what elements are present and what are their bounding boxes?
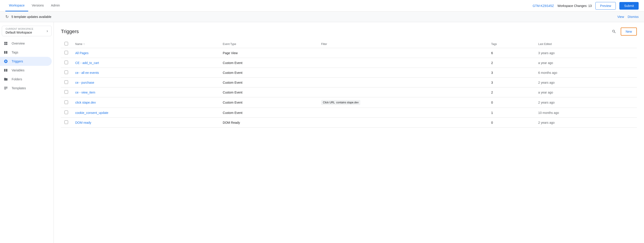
trigger-name-cell: DOM ready	[72, 118, 219, 128]
trigger-last-edited: 6 months ago	[535, 68, 637, 78]
banner-dismiss-link[interactable]: Dismiss	[628, 15, 639, 18]
trigger-name-cell: cookie_consent_update	[72, 108, 219, 118]
sidebar-item-templates[interactable]: Templates	[0, 84, 52, 93]
search-button[interactable]	[610, 27, 618, 35]
trigger-event-type: DOM Ready	[219, 118, 318, 128]
row-checkbox[interactable]	[64, 120, 68, 124]
trigger-name-link[interactable]: ce - purchase	[75, 81, 94, 84]
workspace-name: Default Workspace	[6, 31, 33, 34]
row-checkbox-cell	[61, 78, 72, 87]
trigger-event-type: Page View	[219, 48, 318, 58]
svg-rect-7	[4, 87, 8, 87]
main-layout: CURRENT WORKSPACE Default Workspace › Ov…	[0, 22, 644, 243]
nav-tabs: Workspace Versions Admin	[5, 0, 63, 11]
tab-workspace[interactable]: Workspace	[5, 0, 28, 11]
select-all-cell	[61, 40, 72, 48]
sidebar-item-triggers[interactable]: Triggers	[0, 57, 52, 66]
sort-arrow-icon: ↑	[83, 42, 85, 46]
table-header-row: Name ↑ Event Type Filter Tags Last Edite…	[61, 40, 637, 48]
filter-badge: Click URLcontains stape.dev	[321, 100, 360, 105]
trigger-filter-cell	[318, 48, 488, 58]
table-row: ce - purchaseCustom Event32 years ago	[61, 78, 637, 87]
trigger-tags-count: 0	[488, 97, 535, 108]
preview-button[interactable]: Preview	[596, 2, 616, 10]
triggers-label: Triggers	[12, 59, 23, 63]
trigger-last-edited: a year ago	[535, 87, 637, 97]
th-event-type: Event Type	[219, 40, 318, 48]
trigger-event-type: Custom Event	[219, 108, 318, 118]
th-filter: Filter	[318, 40, 488, 48]
gtm-id[interactable]: GTM-KZ6S45Z	[533, 4, 554, 7]
trigger-last-edited: a year ago	[535, 58, 637, 68]
th-tags: Tags	[488, 40, 535, 48]
triggers-table: Name ↑ Event Type Filter Tags Last Edite…	[61, 40, 637, 128]
row-checkbox[interactable]	[64, 90, 68, 94]
row-checkbox-cell	[61, 118, 72, 128]
table-row: ce - view_itemCustom Event2a year ago	[61, 87, 637, 97]
tags-label: Tags	[12, 50, 18, 54]
trigger-icon	[4, 59, 8, 63]
folders-label: Folders	[12, 77, 22, 81]
row-checkbox[interactable]	[64, 70, 68, 74]
table-row: click stape.devCustom EventClick URLcont…	[61, 97, 637, 108]
trigger-name-cell: click stape.dev	[72, 97, 219, 108]
table-row: DOM readyDOM Ready02 years ago	[61, 118, 637, 128]
main-content: Triggers New Name	[54, 22, 644, 243]
workspace-info: CURRENT WORKSPACE Default Workspace	[6, 28, 33, 34]
trigger-tags-count: 2	[488, 87, 535, 97]
select-all-checkbox[interactable]	[64, 42, 68, 45]
trigger-filter-cell: Click URLcontains stape.dev	[318, 97, 488, 108]
trigger-tags-count: 1	[488, 108, 535, 118]
trigger-last-edited: 3 years ago	[535, 48, 637, 58]
workspace-selector[interactable]: CURRENT WORKSPACE Default Workspace ›	[2, 26, 52, 36]
sidebar-item-tags[interactable]: Tags	[0, 48, 52, 57]
trigger-name-link[interactable]: All Pages	[75, 51, 88, 55]
overview-icon	[4, 41, 8, 46]
row-checkbox[interactable]	[64, 61, 68, 64]
banner-view-link[interactable]: View	[617, 15, 624, 18]
row-checkbox[interactable]	[64, 100, 68, 104]
row-checkbox[interactable]	[64, 80, 68, 84]
sidebar-item-variables[interactable]: Variables	[0, 66, 52, 75]
trigger-last-edited: 2 years ago	[535, 118, 637, 128]
trigger-name-link[interactable]: ce - all ee events	[75, 71, 99, 74]
chevron-right-icon: ›	[46, 29, 48, 33]
table-row: cookie_consent_updateCustom Event110 mon…	[61, 108, 637, 118]
table-row: CE - add_to_cartCustom Event2a year ago	[61, 58, 637, 68]
filter-value: contains stape.dev	[336, 101, 358, 104]
submit-button[interactable]: Submit	[619, 2, 639, 10]
sidebar-item-overview[interactable]: Overview	[0, 39, 52, 48]
sidebar: CURRENT WORKSPACE Default Workspace › Ov…	[0, 22, 54, 243]
trigger-event-type: Custom Event	[219, 97, 318, 108]
variables-label: Variables	[12, 68, 24, 72]
content-actions: New	[610, 27, 637, 35]
tab-versions[interactable]: Versions	[28, 0, 48, 11]
content-header: Triggers New	[61, 27, 637, 35]
trigger-name-link[interactable]: cookie_consent_update	[75, 111, 108, 115]
banner-actions: View Dismiss	[617, 15, 639, 18]
sidebar-item-folders[interactable]: Folders	[0, 75, 52, 84]
trigger-event-type: Custom Event	[219, 68, 318, 78]
row-checkbox[interactable]	[64, 51, 68, 54]
template-banner: ↻ 5 template updates available View Dism…	[0, 12, 644, 22]
trigger-name-cell: ce - all ee events	[72, 68, 219, 78]
template-icon	[4, 86, 8, 90]
trigger-filter-cell	[318, 68, 488, 78]
trigger-tags-count: 3	[488, 78, 535, 87]
tab-admin[interactable]: Admin	[47, 0, 63, 11]
trigger-tags-count: 3	[488, 68, 535, 78]
trigger-name-link[interactable]: CE - add_to_cart	[75, 61, 99, 65]
tag-icon	[4, 50, 8, 55]
trigger-name-link[interactable]: DOM ready	[75, 121, 91, 124]
workspace-label: CURRENT WORKSPACE	[6, 28, 33, 30]
trigger-name-link[interactable]: click stape.dev	[75, 101, 96, 104]
new-trigger-button[interactable]: New	[621, 27, 637, 35]
table-row: All PagesPage View63 years ago	[61, 48, 637, 58]
banner-text: 5 template updates available	[12, 15, 617, 18]
row-checkbox-cell	[61, 87, 72, 97]
svg-rect-1	[6, 51, 8, 54]
trigger-name-link[interactable]: ce - view_item	[75, 91, 95, 94]
row-checkbox[interactable]	[64, 111, 68, 114]
row-checkbox-cell	[61, 68, 72, 78]
th-last-edited: Last Edited	[535, 40, 637, 48]
